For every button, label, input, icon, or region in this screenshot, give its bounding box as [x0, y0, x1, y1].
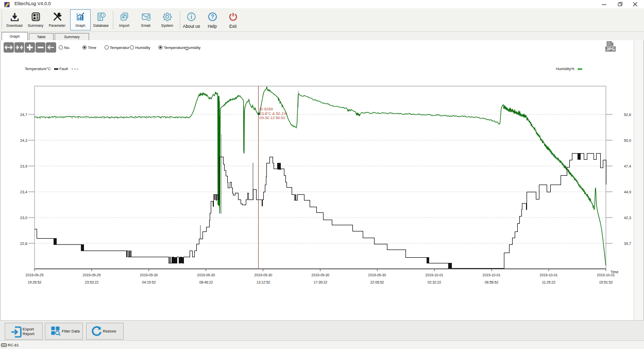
svg-text:2019-10-01: 2019-10-01 [426, 273, 444, 277]
svg-text:2019-10-01: 2019-10-01 [483, 273, 501, 277]
svg-text:15:51:52: 15:51:52 [599, 280, 613, 284]
svg-text:42,3: 42,3 [624, 215, 631, 220]
svg-text:19:26:52: 19:26:52 [28, 280, 42, 284]
svg-text:2019-09-29: 2019-09-29 [83, 273, 101, 277]
svg-text:22,6: 22,6 [20, 241, 27, 246]
svg-text:13:12:52: 13:12:52 [257, 280, 270, 284]
svg-text:17:39:22: 17:39:22 [314, 280, 328, 284]
svg-text:50,0: 50,0 [624, 138, 631, 143]
svg-text:2019-10-01: 2019-10-01 [540, 273, 558, 277]
svg-text:04:19:52: 04:19:52 [142, 280, 156, 284]
svg-text:2019-10-01: 2019-10-01 [597, 273, 615, 277]
svg-text:23,9: 23,9 [20, 164, 27, 169]
svg-text:08:46:22: 08:46:22 [199, 280, 213, 284]
svg-text:2019-09-30: 2019-09-30 [312, 273, 330, 277]
svg-text:2019-09-30: 2019-09-30 [255, 273, 273, 277]
svg-text:02:32:22: 02:32:22 [428, 280, 442, 284]
svg-text:23:53:22: 23:53:22 [85, 280, 99, 284]
svg-text:24,3: 24,3 [20, 138, 27, 143]
svg-text:39,7: 39,7 [624, 241, 631, 246]
svg-text:44,9: 44,9 [624, 190, 631, 194]
svg-text:52,6: 52,6 [624, 112, 631, 117]
svg-text:2019-09-30: 2019-09-30 [368, 273, 386, 277]
svg-text:06:58:52: 06:58:52 [485, 280, 499, 284]
svg-text:23,4: 23,4 [20, 190, 27, 194]
svg-text:47,4: 47,4 [624, 164, 631, 169]
svg-text:23,0: 23,0 [20, 215, 27, 220]
svg-text:11:25:22: 11:25:22 [542, 280, 555, 284]
svg-text:2019-09-30: 2019-09-30 [197, 273, 215, 277]
svg-text:22:06:52: 22:06:52 [370, 280, 384, 284]
svg-text:Time: Time [611, 270, 618, 274]
svg-text:09-30 12:50:52: 09-30 12:50:52 [260, 115, 285, 120]
svg-text:24,7: 24,7 [20, 112, 27, 117]
svg-text:2019-09-30: 2019-09-30 [140, 273, 158, 277]
svg-text:2019-09-29: 2019-09-29 [26, 273, 44, 277]
